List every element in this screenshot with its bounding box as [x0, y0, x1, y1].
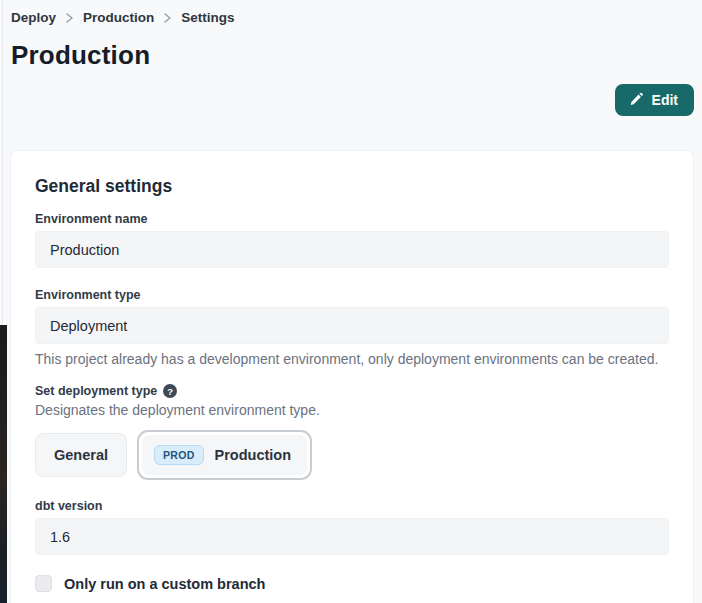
- environment-type-helper: This project already has a development e…: [35, 351, 669, 367]
- custom-branch-checkbox[interactable]: [35, 575, 52, 592]
- environment-type-input[interactable]: [35, 307, 669, 344]
- page-title: Production: [11, 40, 702, 71]
- help-question-icon[interactable]: ?: [163, 384, 177, 398]
- dbt-version-input[interactable]: [35, 518, 669, 555]
- environment-name-input[interactable]: [35, 231, 669, 268]
- deployment-type-helper: Designates the deployment environment ty…: [35, 402, 669, 418]
- settings-page: Deploy Production Settings Production Ed…: [0, 0, 702, 603]
- environment-name-label: Environment name: [35, 212, 669, 226]
- dbt-version-label: dbt version: [35, 499, 669, 513]
- deployment-type-option-production[interactable]: PROD Production: [137, 430, 312, 480]
- custom-branch-label: Only run on a custom branch: [64, 576, 265, 592]
- edit-button-label: Edit: [652, 92, 678, 108]
- card-heading: General settings: [35, 176, 669, 197]
- chevron-right-icon: [65, 12, 74, 24]
- production-option-label: Production: [215, 447, 292, 463]
- deployment-type-option-production-inner: PROD Production: [142, 435, 307, 475]
- deployment-type-option-general[interactable]: General: [35, 433, 127, 477]
- edit-button[interactable]: Edit: [615, 84, 694, 116]
- window-edge-line: [2, 0, 3, 325]
- breadcrumb-settings: Settings: [181, 10, 234, 25]
- deployment-type-label: Set deployment type: [35, 384, 157, 398]
- environment-type-label: Environment type: [35, 288, 669, 302]
- custom-branch-row: Only run on a custom branch: [35, 575, 669, 592]
- deployment-type-label-row: Set deployment type ?: [35, 384, 669, 398]
- breadcrumb: Deploy Production Settings: [0, 0, 702, 25]
- breadcrumb-deploy[interactable]: Deploy: [11, 10, 56, 25]
- chevron-right-icon: [163, 12, 172, 24]
- breadcrumb-production[interactable]: Production: [83, 10, 154, 25]
- background-window-sliver: [0, 325, 7, 603]
- deployment-type-options: General PROD Production: [35, 428, 669, 482]
- edit-pencil-icon: [629, 93, 644, 108]
- general-settings-card: General settings Environment name Enviro…: [10, 150, 694, 603]
- prod-badge: PROD: [154, 445, 204, 465]
